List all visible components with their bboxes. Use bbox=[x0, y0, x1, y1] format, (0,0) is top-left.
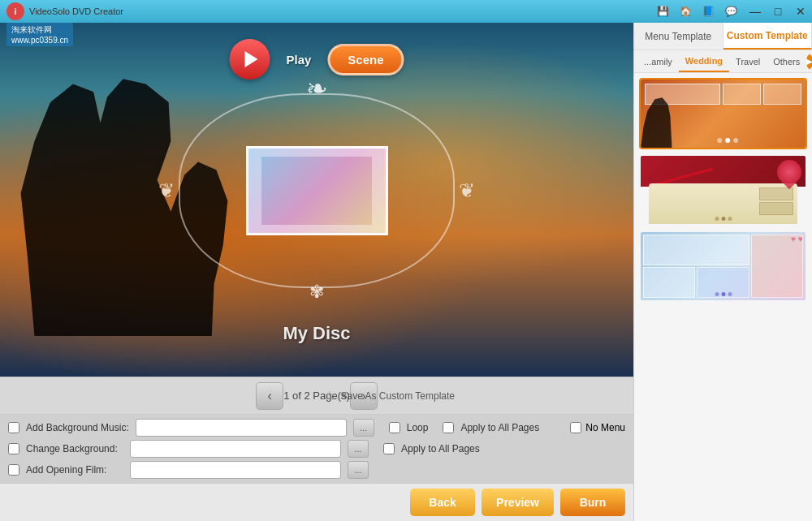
template-thumb-3[interactable]: ♥ ♥ bbox=[639, 230, 807, 302]
video-thumbnail bbox=[246, 146, 388, 235]
change-bg-label: Change Background: bbox=[26, 443, 123, 454]
template-thumb-1[interactable] bbox=[639, 78, 807, 149]
maximize-button[interactable]: □ bbox=[767, 0, 789, 23]
cat-others[interactable]: Others bbox=[767, 50, 806, 72]
bg-music-browse-button[interactable]: ... bbox=[353, 419, 374, 437]
loop-checkbox[interactable] bbox=[389, 422, 400, 433]
template-list: ♥ ♥ bbox=[634, 73, 812, 521]
change-bg-browse-button[interactable]: ... bbox=[348, 440, 369, 458]
cat-travel[interactable]: Travel bbox=[729, 50, 767, 72]
burn-button[interactable]: Burn bbox=[560, 489, 625, 516]
opening-film-checkbox[interactable] bbox=[8, 464, 19, 476]
opening-film-input[interactable] bbox=[130, 461, 341, 479]
video-thumb-content bbox=[261, 157, 371, 224]
minimize-button[interactable]: — bbox=[744, 0, 767, 23]
category-tabs: ...amily Wedding Travel Others ▶ bbox=[634, 50, 812, 73]
no-menu-area: No Menu bbox=[570, 422, 625, 433]
navigation-bar: ‹ 1 of 2 Page(s) › ☆ Save As Custom Temp… bbox=[0, 377, 633, 414]
scene-button[interactable]: Scene bbox=[327, 44, 404, 75]
controls-section: Add Background Music: ... Loop Apply to … bbox=[0, 414, 633, 483]
facebook-icon[interactable]: 📘 bbox=[698, 2, 718, 21]
preview-button[interactable]: Preview bbox=[482, 489, 554, 516]
bg-music-row: Add Background Music: ... Loop Apply to … bbox=[8, 419, 625, 437]
change-bg-checkbox[interactable] bbox=[8, 443, 19, 454]
right-panel: Menu Template Custom Template ...amily W… bbox=[633, 23, 812, 521]
disc-title: My Disc bbox=[283, 323, 350, 344]
no-menu-checkbox[interactable] bbox=[570, 422, 581, 433]
ornament-bottom-deco: ✾ bbox=[309, 282, 324, 303]
apply-all-1-checkbox[interactable] bbox=[443, 422, 454, 433]
play-button[interactable] bbox=[229, 39, 270, 80]
loop-label: Loop bbox=[407, 422, 429, 433]
opening-film-label: Add Opening Film: bbox=[26, 464, 123, 476]
change-bg-input[interactable] bbox=[130, 440, 341, 458]
preview-area: Play Scene ❧ ✾ ❦ ❦ My Disc bbox=[0, 23, 633, 377]
bg-music-checkbox[interactable] bbox=[8, 422, 19, 433]
no-menu-label: No Menu bbox=[585, 422, 625, 433]
watermark: 淘来软件网www.pc0359.cn bbox=[6, 23, 73, 46]
change-bg-row: Change Background: ... Apply to All Page… bbox=[8, 440, 625, 458]
save-icon[interactable]: 💾 bbox=[653, 2, 672, 21]
action-buttons-row: Back Preview Burn bbox=[0, 483, 633, 521]
ornament-frame: ❧ ✾ ❦ ❦ bbox=[187, 101, 447, 280]
window-controls: 💾 🏠 📘 💬 — □ ✕ bbox=[653, 0, 812, 23]
close-button[interactable]: ✕ bbox=[789, 0, 812, 23]
tab-menu-template[interactable]: Menu Template bbox=[634, 23, 723, 50]
bg-music-input[interactable] bbox=[136, 419, 347, 437]
apply-all-1-label: Apply to All Pages bbox=[460, 422, 539, 433]
template-tabs: Menu Template Custom Template bbox=[634, 23, 812, 50]
star-icon: ☆ bbox=[324, 388, 335, 403]
ornament-top-deco: ❧ bbox=[306, 73, 328, 104]
save-custom-template-button[interactable]: ☆ Save As Custom Template bbox=[324, 388, 455, 403]
left-panel: 淘来软件网www.pc0359.cn Play Scene ❧ ✾ ❦ ❦ bbox=[0, 23, 633, 521]
main-container: 淘来软件网www.pc0359.cn Play Scene ❧ ✾ ❦ ❦ bbox=[0, 23, 812, 521]
save-template-label: Save As Custom Template bbox=[340, 390, 455, 402]
nav-bar-inner: ‹ 1 of 2 Page(s) › ☆ Save As Custom Temp… bbox=[0, 382, 633, 410]
opening-film-row: Add Opening Film: ... bbox=[8, 461, 625, 479]
ornament-right-deco: ❦ bbox=[459, 179, 475, 202]
app-title: VideoSolo DVD Creator bbox=[29, 6, 123, 16]
template-thumb-2[interactable] bbox=[639, 154, 807, 226]
apply-all-2-checkbox[interactable] bbox=[383, 443, 395, 454]
opening-film-browse-button[interactable]: ... bbox=[348, 461, 369, 479]
prev-page-button[interactable]: ‹ bbox=[256, 382, 283, 410]
ornament-left-deco: ❦ bbox=[158, 179, 175, 202]
back-button[interactable]: Back bbox=[410, 489, 475, 516]
cat-family[interactable]: ...amily bbox=[637, 50, 679, 72]
cat-wedding[interactable]: Wedding bbox=[679, 50, 729, 72]
play-label: Play bbox=[286, 53, 311, 67]
bg-music-label: Add Background Music: bbox=[26, 422, 129, 433]
app-logo: i bbox=[6, 2, 24, 20]
home-icon[interactable]: 🏠 bbox=[676, 2, 695, 21]
tab-custom-template[interactable]: Custom Template bbox=[723, 23, 813, 50]
play-icon bbox=[244, 51, 257, 67]
title-bar: i VideoSolo DVD Creator 💾 🏠 📘 💬 — □ ✕ bbox=[0, 0, 812, 23]
tpl2-scroll bbox=[649, 183, 797, 224]
apply-all-2-label: Apply to All Pages bbox=[401, 443, 480, 454]
message-icon[interactable]: 💬 bbox=[721, 2, 741, 21]
categories-next-arrow[interactable]: ▶ bbox=[806, 54, 812, 69]
